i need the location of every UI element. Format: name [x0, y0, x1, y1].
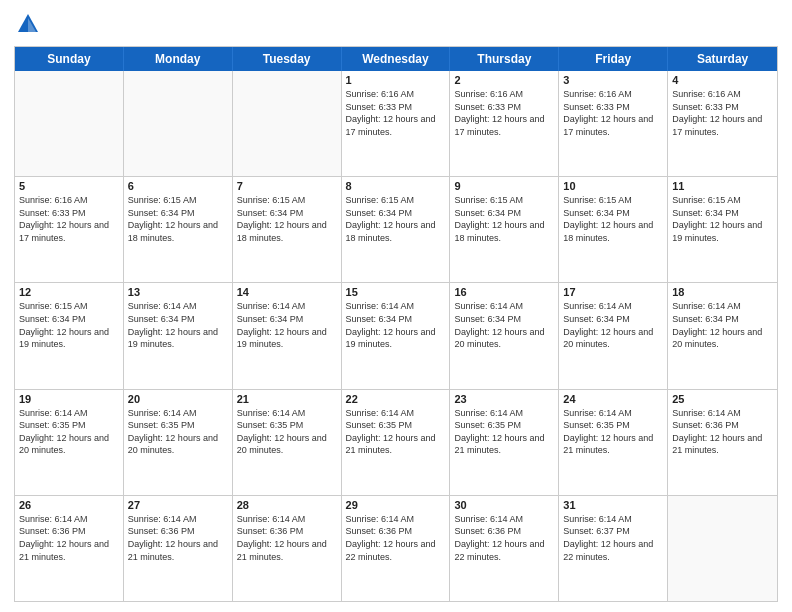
calendar-cell: 3Sunrise: 6:16 AM Sunset: 6:33 PM Daylig… — [559, 71, 668, 176]
day-info: Sunrise: 6:15 AM Sunset: 6:34 PM Dayligh… — [672, 194, 773, 244]
calendar-cell: 21Sunrise: 6:14 AM Sunset: 6:35 PM Dayli… — [233, 390, 342, 495]
day-number: 19 — [19, 393, 119, 405]
calendar-header-cell: Saturday — [668, 47, 777, 71]
day-number: 2 — [454, 74, 554, 86]
calendar-cell: 5Sunrise: 6:16 AM Sunset: 6:33 PM Daylig… — [15, 177, 124, 282]
calendar-cell: 30Sunrise: 6:14 AM Sunset: 6:36 PM Dayli… — [450, 496, 559, 601]
day-number: 26 — [19, 499, 119, 511]
day-number: 8 — [346, 180, 446, 192]
calendar-body: 1Sunrise: 6:16 AM Sunset: 6:33 PM Daylig… — [15, 71, 777, 601]
day-info: Sunrise: 6:14 AM Sunset: 6:34 PM Dayligh… — [454, 300, 554, 350]
calendar-cell: 19Sunrise: 6:14 AM Sunset: 6:35 PM Dayli… — [15, 390, 124, 495]
day-number: 24 — [563, 393, 663, 405]
day-info: Sunrise: 6:15 AM Sunset: 6:34 PM Dayligh… — [563, 194, 663, 244]
day-number: 25 — [672, 393, 773, 405]
calendar-cell: 18Sunrise: 6:14 AM Sunset: 6:34 PM Dayli… — [668, 283, 777, 388]
day-info: Sunrise: 6:14 AM Sunset: 6:36 PM Dayligh… — [237, 513, 337, 563]
calendar-cell: 8Sunrise: 6:15 AM Sunset: 6:34 PM Daylig… — [342, 177, 451, 282]
day-info: Sunrise: 6:14 AM Sunset: 6:36 PM Dayligh… — [346, 513, 446, 563]
calendar-header-cell: Sunday — [15, 47, 124, 71]
day-info: Sunrise: 6:14 AM Sunset: 6:36 PM Dayligh… — [128, 513, 228, 563]
day-info: Sunrise: 6:16 AM Sunset: 6:33 PM Dayligh… — [454, 88, 554, 138]
day-number: 10 — [563, 180, 663, 192]
calendar-cell — [124, 71, 233, 176]
calendar-cell: 26Sunrise: 6:14 AM Sunset: 6:36 PM Dayli… — [15, 496, 124, 601]
day-info: Sunrise: 6:15 AM Sunset: 6:34 PM Dayligh… — [19, 300, 119, 350]
day-info: Sunrise: 6:14 AM Sunset: 6:34 PM Dayligh… — [563, 300, 663, 350]
calendar-cell: 20Sunrise: 6:14 AM Sunset: 6:35 PM Dayli… — [124, 390, 233, 495]
day-info: Sunrise: 6:15 AM Sunset: 6:34 PM Dayligh… — [237, 194, 337, 244]
calendar-cell: 17Sunrise: 6:14 AM Sunset: 6:34 PM Dayli… — [559, 283, 668, 388]
calendar: SundayMondayTuesdayWednesdayThursdayFrid… — [14, 46, 778, 602]
calendar-cell: 2Sunrise: 6:16 AM Sunset: 6:33 PM Daylig… — [450, 71, 559, 176]
calendar-row: 5Sunrise: 6:16 AM Sunset: 6:33 PM Daylig… — [15, 177, 777, 283]
calendar-header-row: SundayMondayTuesdayWednesdayThursdayFrid… — [15, 47, 777, 71]
calendar-row: 1Sunrise: 6:16 AM Sunset: 6:33 PM Daylig… — [15, 71, 777, 177]
calendar-cell: 28Sunrise: 6:14 AM Sunset: 6:36 PM Dayli… — [233, 496, 342, 601]
calendar-cell: 9Sunrise: 6:15 AM Sunset: 6:34 PM Daylig… — [450, 177, 559, 282]
calendar-cell: 16Sunrise: 6:14 AM Sunset: 6:34 PM Dayli… — [450, 283, 559, 388]
calendar-cell: 13Sunrise: 6:14 AM Sunset: 6:34 PM Dayli… — [124, 283, 233, 388]
day-number: 21 — [237, 393, 337, 405]
day-number: 23 — [454, 393, 554, 405]
day-number: 3 — [563, 74, 663, 86]
calendar-cell: 29Sunrise: 6:14 AM Sunset: 6:36 PM Dayli… — [342, 496, 451, 601]
day-info: Sunrise: 6:15 AM Sunset: 6:34 PM Dayligh… — [454, 194, 554, 244]
day-number: 17 — [563, 286, 663, 298]
calendar-cell — [15, 71, 124, 176]
day-number: 15 — [346, 286, 446, 298]
day-info: Sunrise: 6:16 AM Sunset: 6:33 PM Dayligh… — [346, 88, 446, 138]
calendar-row: 12Sunrise: 6:15 AM Sunset: 6:34 PM Dayli… — [15, 283, 777, 389]
day-info: Sunrise: 6:14 AM Sunset: 6:35 PM Dayligh… — [128, 407, 228, 457]
day-info: Sunrise: 6:14 AM Sunset: 6:35 PM Dayligh… — [454, 407, 554, 457]
calendar-cell — [668, 496, 777, 601]
day-number: 11 — [672, 180, 773, 192]
calendar-header-cell: Monday — [124, 47, 233, 71]
header — [14, 10, 778, 38]
day-number: 13 — [128, 286, 228, 298]
day-info: Sunrise: 6:16 AM Sunset: 6:33 PM Dayligh… — [563, 88, 663, 138]
day-info: Sunrise: 6:16 AM Sunset: 6:33 PM Dayligh… — [19, 194, 119, 244]
calendar-cell: 24Sunrise: 6:14 AM Sunset: 6:35 PM Dayli… — [559, 390, 668, 495]
day-info: Sunrise: 6:14 AM Sunset: 6:36 PM Dayligh… — [19, 513, 119, 563]
calendar-cell: 31Sunrise: 6:14 AM Sunset: 6:37 PM Dayli… — [559, 496, 668, 601]
calendar-cell: 12Sunrise: 6:15 AM Sunset: 6:34 PM Dayli… — [15, 283, 124, 388]
day-info: Sunrise: 6:14 AM Sunset: 6:35 PM Dayligh… — [237, 407, 337, 457]
day-info: Sunrise: 6:16 AM Sunset: 6:33 PM Dayligh… — [672, 88, 773, 138]
calendar-header-cell: Thursday — [450, 47, 559, 71]
day-number: 28 — [237, 499, 337, 511]
calendar-cell: 22Sunrise: 6:14 AM Sunset: 6:35 PM Dayli… — [342, 390, 451, 495]
day-number: 6 — [128, 180, 228, 192]
calendar-cell: 4Sunrise: 6:16 AM Sunset: 6:33 PM Daylig… — [668, 71, 777, 176]
day-info: Sunrise: 6:14 AM Sunset: 6:36 PM Dayligh… — [454, 513, 554, 563]
day-info: Sunrise: 6:14 AM Sunset: 6:35 PM Dayligh… — [346, 407, 446, 457]
calendar-cell: 10Sunrise: 6:15 AM Sunset: 6:34 PM Dayli… — [559, 177, 668, 282]
calendar-row: 19Sunrise: 6:14 AM Sunset: 6:35 PM Dayli… — [15, 390, 777, 496]
day-number: 7 — [237, 180, 337, 192]
logo-icon — [14, 10, 42, 38]
day-info: Sunrise: 6:14 AM Sunset: 6:36 PM Dayligh… — [672, 407, 773, 457]
day-number: 18 — [672, 286, 773, 298]
day-info: Sunrise: 6:14 AM Sunset: 6:34 PM Dayligh… — [672, 300, 773, 350]
day-number: 30 — [454, 499, 554, 511]
page: SundayMondayTuesdayWednesdayThursdayFrid… — [0, 0, 792, 612]
day-info: Sunrise: 6:15 AM Sunset: 6:34 PM Dayligh… — [346, 194, 446, 244]
day-info: Sunrise: 6:14 AM Sunset: 6:35 PM Dayligh… — [19, 407, 119, 457]
day-number: 5 — [19, 180, 119, 192]
day-number: 27 — [128, 499, 228, 511]
calendar-cell: 27Sunrise: 6:14 AM Sunset: 6:36 PM Dayli… — [124, 496, 233, 601]
day-number: 1 — [346, 74, 446, 86]
day-number: 20 — [128, 393, 228, 405]
day-info: Sunrise: 6:14 AM Sunset: 6:34 PM Dayligh… — [346, 300, 446, 350]
calendar-row: 26Sunrise: 6:14 AM Sunset: 6:36 PM Dayli… — [15, 496, 777, 601]
day-number: 9 — [454, 180, 554, 192]
day-number: 12 — [19, 286, 119, 298]
calendar-cell: 11Sunrise: 6:15 AM Sunset: 6:34 PM Dayli… — [668, 177, 777, 282]
logo — [14, 10, 46, 38]
day-info: Sunrise: 6:14 AM Sunset: 6:37 PM Dayligh… — [563, 513, 663, 563]
day-number: 14 — [237, 286, 337, 298]
calendar-cell: 7Sunrise: 6:15 AM Sunset: 6:34 PM Daylig… — [233, 177, 342, 282]
day-number: 22 — [346, 393, 446, 405]
day-info: Sunrise: 6:14 AM Sunset: 6:34 PM Dayligh… — [237, 300, 337, 350]
day-number: 16 — [454, 286, 554, 298]
